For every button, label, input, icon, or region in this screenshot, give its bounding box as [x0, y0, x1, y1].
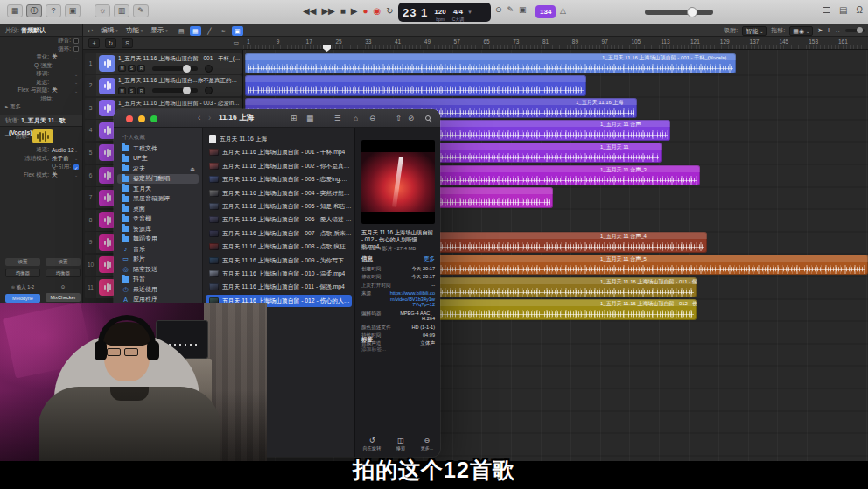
drag-select[interactable]: ▦◉ ⌄ [789, 26, 813, 36]
inspector-row[interactable]: 量化:关⌄ [0, 53, 82, 62]
track-header-row[interactable]: 21_五月天 11.16 上海场山顶自...你不是真正的快乐_(Vocals)M… [85, 75, 242, 96]
home-icon[interactable]: ⌂ [354, 114, 358, 122]
chevron-down-icon[interactable]: ⌄ [74, 55, 79, 60]
sidebar-item-五月天[interactable]: 五月天 [117, 184, 199, 194]
inspector-row[interactable]: Q-强度: [0, 62, 82, 71]
quick-help-icon[interactable]: ? [46, 4, 61, 17]
chevron-down-icon[interactable]: ⌄ [74, 156, 79, 161]
track-zoom-icon[interactable]: ▭ [233, 39, 239, 46]
strip-setting-button[interactable]: 设置 [5, 258, 40, 266]
library-icon[interactable]: ▦ [7, 4, 23, 17]
chevron-down-icon[interactable]: ⌄ [74, 88, 79, 94]
track-m-button[interactable]: M [118, 65, 126, 72]
strip-eq-slot[interactable]: 均衡器 [5, 269, 40, 277]
eject-icon[interactable]: ⏏ [190, 165, 195, 171]
file-row[interactable]: 五月天 11.16 上海场山顶自留 - 010 - 温柔.mp4 [206, 268, 352, 280]
grid-view-icon[interactable]: ▤ [176, 26, 187, 36]
tuner-icon[interactable]: ✎ [508, 5, 514, 14]
zoom-slider-h[interactable] [845, 29, 864, 32]
sidebar-item-隔空投送[interactable]: ◎隔空投送 [117, 264, 199, 275]
count-in-icon[interactable]: ▣ [519, 5, 527, 14]
file-row[interactable]: 五月天 11.16 上海场山顶自留 - 006 - 爱人错过 和告五人合唱.mp… [206, 213, 352, 226]
inspector-icon[interactable]: ⓘ [26, 4, 42, 17]
minimize-icon[interactable] [138, 115, 145, 122]
sidebar-item-舞蹈专用[interactable]: 舞蹈专用 [117, 234, 199, 245]
checkbox[interactable] [74, 46, 79, 52]
editors-icon[interactable]: ✎ [133, 4, 149, 17]
region-inspector-header[interactable]: 片段: 音频默认 [0, 24, 82, 37]
file-row[interactable]: 五月天 11.16 上海场山顶自留 - 001 - 干杯.mp4 [206, 146, 352, 158]
chevron-down-icon[interactable]: ⌄ [74, 72, 79, 77]
record-icon[interactable]: ● [363, 3, 368, 19]
menu-functions[interactable]: 功能▾ [126, 26, 144, 35]
inspector-row[interactable]: 通道:Audio 12⌄ [0, 146, 82, 155]
playhead-marker[interactable] [323, 45, 331, 52]
checkbox[interactable] [74, 38, 79, 44]
sidebar-item-黑屋音箱测评[interactable]: 黑屋音箱测评 [117, 194, 199, 205]
zoom-tool-icon[interactable]: ↔ [835, 27, 841, 34]
sidebar-item-最近使用[interactable]: ◷最近使用 [117, 284, 199, 295]
snap-select[interactable]: 智能 ⌄ [742, 26, 766, 36]
rotate-left-button[interactable]: ↺向左旋转 [363, 437, 382, 451]
capture-icon[interactable]: ◉ [374, 3, 382, 19]
close-icon[interactable] [126, 115, 133, 122]
video-thumbnail[interactable] [361, 140, 435, 224]
volume-knob[interactable] [183, 65, 191, 73]
solo-tracks-button[interactable]: S [122, 38, 133, 48]
sidebar-item-工程文件[interactable]: 工程文件 [117, 143, 199, 154]
stop-icon[interactable]: ■ [340, 3, 346, 19]
file-row[interactable]: 五月天 11.16 上海 [206, 133, 352, 145]
inspector-row[interactable]: 冻结模式:推子前⌄ [0, 155, 82, 164]
audio-region[interactable] [245, 75, 586, 96]
inspector-row[interactable]: Q-引用:✓ [0, 163, 82, 171]
master-volume-slider[interactable] [645, 10, 713, 15]
inspector-row[interactable]: 移调:⌄ [0, 70, 82, 79]
menu-edit[interactable]: 编辑▾ [101, 26, 118, 35]
sidebar-item-音乐[interactable]: ♪音乐 [117, 244, 199, 255]
track-s-button[interactable]: S [128, 87, 136, 94]
lcd-display[interactable]: 23 1 120 bpm 4/4 C大调 ▾ [398, 3, 491, 22]
pan-knob[interactable] [205, 87, 213, 94]
sidebar-item-农夫[interactable]: 农夫⏏ [117, 164, 199, 174]
inspector-row[interactable]: 静音: [0, 37, 82, 45]
add-track-button[interactable]: + [88, 38, 100, 48]
track-header-row[interactable]: 11_五月天 11.16 上海场山顶自留 - 001 - 干杯_(Vocals)… [85, 53, 242, 74]
automation-icon[interactable]: ╱ [204, 26, 215, 36]
strip-plugin-slot[interactable]: MixChecker [46, 293, 80, 302]
zoom-window-icon[interactable] [150, 115, 158, 122]
pointer-tool-icon[interactable]: ➤ [817, 27, 822, 34]
plugin-badge[interactable]: 134 [536, 5, 556, 18]
forward-icon[interactable]: › [208, 113, 211, 122]
chevron-down-icon[interactable]: ⌄ [74, 80, 79, 85]
track-icon-swatch[interactable] [32, 129, 53, 143]
share-icon[interactable]: ⇧ [396, 114, 402, 122]
file-row[interactable]: 五月天 11.16 上海场山顶自留 - 003 - 恋爱ing.mp4 [206, 173, 352, 185]
duplicate-track-button[interactable]: ↻ [105, 38, 116, 48]
file-row[interactable]: 五月天 11.16 上海场山顶自留 - 007 - 点歌 后来的我们.mp4 [206, 227, 352, 240]
volume-knob[interactable] [687, 7, 697, 17]
audio-region[interactable]: 1_五月天 11.16 上海场山顶自留 - 001 - 干杯_(Vocals) [245, 53, 736, 74]
mixer-icon[interactable]: ▥ [114, 4, 130, 17]
undo-icon[interactable]: ↩ [88, 27, 93, 35]
chevron-down-icon[interactable]: ⌄ [74, 148, 79, 153]
region-view-icon[interactable]: ▦ [190, 26, 201, 36]
inspector-row[interactable]: Flex 与跟随:关⌄ [0, 87, 82, 95]
sidebar-item-录音棚[interactable]: 录音棚 [117, 214, 199, 225]
strip-eq-slot[interactable]: 均衡器 [46, 269, 80, 277]
cycle-icon[interactable]: ↻ [386, 3, 393, 19]
sidebar-item-资源库[interactable]: 资源库 [117, 224, 199, 234]
track-inspector-header[interactable]: 轨道: 1_五月天 11...歌_(Vocals) [0, 115, 82, 127]
inspector-row[interactable]: 增益: [0, 95, 82, 104]
search-icon[interactable] [425, 115, 430, 121]
new-folder-icon[interactable]: ⊞ [290, 114, 297, 122]
sidebar-item-影片[interactable]: ▭影片 [117, 255, 199, 265]
sidebar-item-UP主[interactable]: UP主 [117, 154, 199, 164]
flex-icon[interactable]: ≈ [218, 26, 229, 36]
text-tool-icon[interactable]: I [828, 27, 830, 34]
bar-ruler[interactable]: 1917253341495765738189971051131211291371… [243, 37, 868, 50]
play-icon[interactable]: ▶ [351, 3, 358, 19]
group-icon[interactable]: ☰ [334, 114, 341, 122]
back-icon[interactable]: ‹ [198, 113, 200, 122]
track-m-button[interactable]: M [118, 87, 126, 94]
file-row[interactable]: 五月天 11.16 上海场山顶自留 - 004 - 突然好想你.mp4 [206, 187, 352, 199]
